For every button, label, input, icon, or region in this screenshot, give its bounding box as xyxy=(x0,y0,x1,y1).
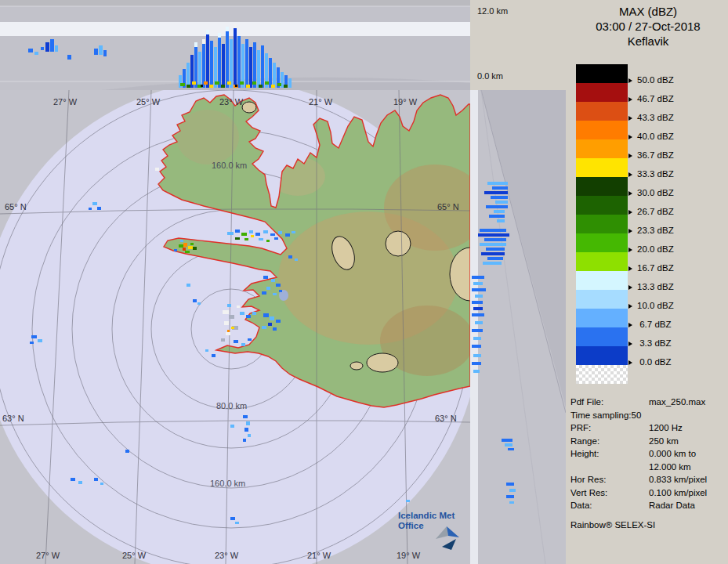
info-label: PRF: xyxy=(570,421,591,435)
legend-swatch xyxy=(576,271,628,290)
legend-label: 40.0 dBZ xyxy=(637,132,674,141)
side-vertical-projection-panel xyxy=(470,90,566,564)
radar-station-name: Keflavik xyxy=(568,34,728,49)
info-label: Time sampling: xyxy=(570,410,632,420)
legend-swatch xyxy=(576,102,628,121)
info-value: 50 xyxy=(632,410,642,420)
legend-label: 13.3 dBZ xyxy=(637,282,674,291)
legend-tick-arrow xyxy=(628,135,632,139)
info-value: 0.000 km to xyxy=(649,447,696,461)
legend-swatch xyxy=(576,327,628,346)
met-office-logo-line1: Icelandic Met xyxy=(398,511,455,521)
legend-swatch xyxy=(576,121,628,139)
info-panel: MAX (dBZ) 03:00 / 27-Oct-2018 Keflavik 5… xyxy=(568,0,728,564)
radar-map xyxy=(0,90,470,564)
legend-swatch xyxy=(576,290,628,309)
legend-swatch xyxy=(576,233,628,252)
legend-label: 30.0 dBZ xyxy=(637,188,674,197)
dbz-color-legend: 50.0 dBZ46.7 dBZ43.3 dBZ40.0 dBZ36.7 dBZ… xyxy=(576,64,725,387)
legend-tick-arrow xyxy=(628,154,632,158)
legend-label: 50.0 dBZ xyxy=(637,75,674,85)
legend-swatch xyxy=(576,346,628,365)
legend-swatch xyxy=(576,139,628,158)
legend-tick-arrow xyxy=(628,116,632,121)
info-value: 12.000 km xyxy=(649,461,691,474)
lake-thingvallavatn xyxy=(279,290,288,301)
info-value: Radar Data xyxy=(649,499,695,512)
info-value: max_250.max xyxy=(649,396,705,409)
product-metadata: Pdf File:max_250.maxTime sampling:50PRF:… xyxy=(570,396,726,512)
info-row: Vert Res:0.100 km/pixel xyxy=(570,486,726,500)
info-row: Time sampling:50 xyxy=(570,409,726,422)
height-axis: 12.0 km 0.0 km xyxy=(470,0,568,90)
legend-swatch xyxy=(576,309,628,327)
info-row: 12.000 km xyxy=(570,461,726,474)
info-label: Data: xyxy=(570,499,592,512)
legend-swatch xyxy=(576,177,628,196)
top-vertical-projection-panel xyxy=(0,0,470,90)
info-label: Range: xyxy=(570,435,599,448)
legend-tick-arrow xyxy=(628,285,632,290)
legend-swatch xyxy=(576,64,628,83)
legend-label: 46.7 dBZ xyxy=(637,94,674,103)
legend-tick-arrow xyxy=(628,266,632,271)
info-value: 1200 Hz xyxy=(649,421,683,435)
legend-label: 43.3 dBZ xyxy=(637,113,674,122)
info-row: Hor Res:0.833 km/pixel xyxy=(570,473,726,486)
height-axis-max-label: 12.0 km xyxy=(477,6,508,16)
glacier-eyjafjallajokull xyxy=(350,362,363,370)
product-title-block: MAX (dBZ) 03:00 / 27-Oct-2018 Keflavik xyxy=(568,4,728,49)
legend-tick-arrow xyxy=(628,342,632,346)
met-office-logo-icon xyxy=(433,522,464,555)
legend-label: 23.3 dBZ xyxy=(637,226,674,235)
legend-label: 33.3 dBZ xyxy=(637,169,674,179)
legend-label: 10.0 dBZ xyxy=(637,301,674,310)
legend-label: 0.0 dBZ xyxy=(637,357,671,367)
info-row: Pdf File:max_250.max xyxy=(570,396,726,409)
legend-swatch xyxy=(576,252,628,271)
product-datetime: 03:00 / 27-Oct-2018 xyxy=(568,19,728,34)
legend-label: 20.0 dBZ xyxy=(637,244,674,254)
info-label: Pdf File: xyxy=(570,396,603,409)
legend-tick-arrow xyxy=(628,191,632,196)
product-title: MAX (dBZ) xyxy=(568,4,728,19)
info-label: Hor Res: xyxy=(570,473,606,486)
info-value: 250 km xyxy=(649,435,679,448)
legend-tick-arrow xyxy=(628,78,632,83)
info-row: Range:250 km xyxy=(570,435,726,448)
info-label: Vert Res: xyxy=(570,486,607,500)
legend-tick-arrow xyxy=(628,229,632,233)
legend-tick-arrow xyxy=(628,360,632,365)
info-value: 0.833 km/pixel xyxy=(649,473,707,486)
legend-tick-arrow xyxy=(628,97,632,102)
info-row: PRF:1200 Hz xyxy=(570,421,726,435)
legend-label: 3.3 dBZ xyxy=(637,338,671,348)
info-value: 0.100 km/pixel xyxy=(649,486,707,500)
legend-tick-arrow xyxy=(628,304,632,309)
legend-swatch-nodata xyxy=(576,365,628,384)
side-panel-background xyxy=(470,90,566,564)
legend-swatch xyxy=(576,215,628,233)
legend-swatch xyxy=(576,196,628,215)
legend-label: 26.7 dBZ xyxy=(637,207,674,216)
legend-tick-arrow xyxy=(628,323,632,327)
legend-label: 6.7 dBZ xyxy=(637,320,671,329)
legend-tick-arrow xyxy=(628,248,632,252)
legend-tick-arrow xyxy=(628,172,632,177)
legend-label: 16.7 dBZ xyxy=(637,263,674,273)
glacier-myrdalsjokull xyxy=(367,353,398,372)
info-row: Height:0.000 km to xyxy=(570,447,726,461)
legend-swatch xyxy=(576,158,628,177)
radar-app-window: 12.0 km 0.0 km xyxy=(0,0,728,564)
height-axis-min-label: 0.0 km xyxy=(477,71,503,81)
glacier-drangajokull xyxy=(242,102,256,113)
software-name: Rainbow® SELEX-SI xyxy=(570,520,655,530)
legend-label: 36.7 dBZ xyxy=(637,150,674,160)
legend-tick-arrow xyxy=(628,210,632,215)
top-panel-background xyxy=(0,0,470,90)
legend-swatch xyxy=(576,83,628,102)
info-row: Data:Radar Data xyxy=(570,499,726,512)
radar-map-panel[interactable] xyxy=(0,90,470,564)
info-label: Height: xyxy=(570,447,599,461)
glacier-hofsjokull xyxy=(386,231,411,256)
